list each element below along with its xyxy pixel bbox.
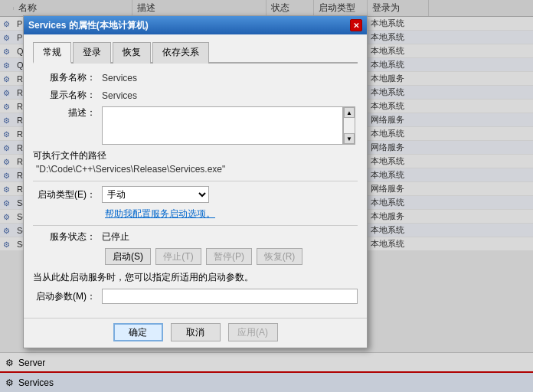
display-name-row: 显示名称： Services xyxy=(33,89,358,102)
stop-button[interactable]: 停止(T) xyxy=(155,248,201,265)
startup-params-row: 启动参数(M)： xyxy=(33,289,358,304)
modal-footer: 确定 取消 应用(A) xyxy=(24,318,367,348)
divider-2 xyxy=(33,225,358,226)
service-name-row: 服务名称： Services xyxy=(33,71,358,84)
tab-bar: 常规 登录 恢复 依存关系 xyxy=(33,41,358,64)
display-name-label: 显示名称： xyxy=(33,89,102,102)
scroll-up-arrow[interactable]: ▲ xyxy=(344,107,355,118)
tab-dependencies[interactable]: 依存关系 xyxy=(152,42,209,64)
service-name-value: Services xyxy=(102,73,137,83)
startup-type-row: 启动类型(E)： 自动 手动 禁用 xyxy=(33,186,358,203)
desc-label: 描述： xyxy=(33,106,102,145)
desc-scrollbar[interactable]: ▲ ▼ xyxy=(343,106,355,145)
resume-button[interactable]: 恢复(R) xyxy=(257,248,302,265)
display-name-value: Services xyxy=(102,90,137,101)
close-button[interactable]: ✕ xyxy=(350,19,362,31)
startup-type-label: 启动类型(E)： xyxy=(33,188,102,201)
help-link[interactable]: 帮助我配置服务启动选项。 xyxy=(33,207,358,220)
path-section: 可执行文件的路径 "D:\Code\C++\Services\Release\S… xyxy=(33,149,358,175)
modal-body: 常规 登录 恢复 依存关系 服务名称： Services 显示名称： Servi… xyxy=(24,34,367,318)
start-button[interactable]: 启动(S) xyxy=(105,248,151,265)
properties-dialog: Services 的属性(本地计算机) ✕ 常规 登录 恢复 依存关系 服务名称… xyxy=(23,15,368,348)
path-value: "D:\Code\C++\Services\Release\Services.e… xyxy=(33,164,358,175)
modal-overlay: Services 的属性(本地计算机) ✕ 常规 登录 恢复 依存关系 服务名称… xyxy=(0,0,533,392)
action-buttons: 启动(S) 停止(T) 暂停(P) 恢复(R) xyxy=(33,248,358,265)
modal-titlebar: Services 的属性(本地计算机) ✕ xyxy=(24,16,367,34)
startup-note: 当从此处启动服务时，您可以指定所适用的启动参数。 xyxy=(33,271,358,284)
service-status-label: 服务状态： xyxy=(33,230,102,243)
cancel-button[interactable]: 取消 xyxy=(171,323,221,341)
startup-params-input[interactable] xyxy=(102,289,358,304)
divider-1 xyxy=(33,181,358,181)
tab-logon[interactable]: 登录 xyxy=(73,42,111,64)
startup-params-label: 启动参数(M)： xyxy=(33,290,102,303)
startup-type-select[interactable]: 自动 手动 禁用 xyxy=(102,186,209,203)
ok-button[interactable]: 确定 xyxy=(113,323,163,341)
service-status-value: 已停止 xyxy=(102,230,129,243)
modal-title: Services 的属性(本地计算机) xyxy=(28,19,149,32)
path-label: 可执行文件的路径 xyxy=(33,149,358,162)
service-status-row: 服务状态： 已停止 xyxy=(33,230,358,243)
desc-textarea[interactable] xyxy=(102,106,343,145)
desc-scroll-container: ▲ ▼ xyxy=(102,106,355,145)
scroll-down-arrow[interactable]: ▼ xyxy=(344,133,355,144)
tab-recovery[interactable]: 恢复 xyxy=(113,42,151,64)
desc-row: 描述： ▲ ▼ xyxy=(33,106,358,145)
tab-general[interactable]: 常规 xyxy=(33,42,71,64)
pause-button[interactable]: 暂停(P) xyxy=(206,248,252,265)
apply-button[interactable]: 应用(A) xyxy=(228,323,278,341)
service-name-label: 服务名称： xyxy=(33,71,102,84)
